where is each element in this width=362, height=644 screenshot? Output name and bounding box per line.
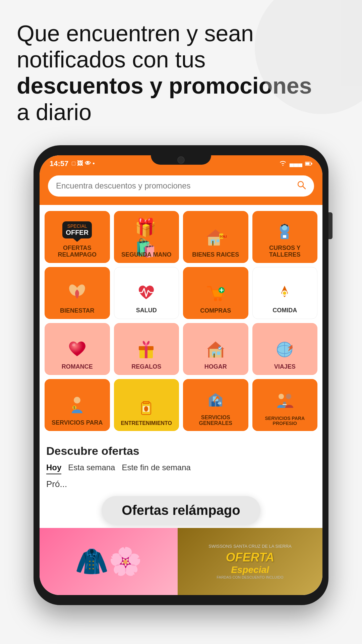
tab-hoy[interactable]: Hoy (46, 463, 61, 474)
svg-rect-2 (311, 163, 312, 164)
category-servicios-para[interactable]: $ SERVICIOS PARA (45, 379, 110, 431)
bottom-image-right: SWISSONS SANTA CRUZ DE LA SIERRA OFERTA … (178, 528, 322, 595)
salud-icon (135, 282, 158, 305)
category-label-entret: ENTRETENIMIENTO (121, 420, 172, 426)
bienes-raices-icon: SOLD (204, 226, 227, 250)
bottom-images: 🧥🌸 SWISSONS SANTA CRUZ DE LA SIERRA OFER… (40, 528, 322, 595)
especial-text: Especial (208, 565, 292, 575)
phone-side-button (328, 212, 333, 239)
tab-finde[interactable]: Este fin de semana (122, 463, 190, 474)
category-label-serv-gen: SERVICIOS GENERALES (186, 415, 246, 426)
category-cursos[interactable]: CURSOS Y TALLERES (252, 211, 318, 263)
svg-point-55 (279, 394, 284, 399)
category-label-bienes: BIENES RAICES (192, 252, 239, 258)
romance-icon (65, 338, 89, 362)
servicios-profesio-icon (273, 390, 297, 414)
status-bar-right: ▄▄▄ (279, 159, 312, 168)
hero-section: Que encuentren y sean notificados con tu… (0, 0, 362, 139)
app-header (40, 172, 322, 205)
phone-screen: 14:57 □ 🖼 👁 • ▄▄▄ (40, 155, 322, 595)
category-servicios-profesio[interactable]: SERVICIOS PARA PROFESIO (252, 379, 318, 431)
hogar-icon (204, 338, 227, 362)
flash-pill-container: Ofertas relámpago (40, 496, 322, 525)
servicios-generales-icon (204, 389, 227, 413)
category-label-cursos: CURSOS Y TALLERES (255, 245, 315, 258)
viajes-icon (273, 338, 297, 362)
wifi-icon (279, 159, 287, 168)
discover-section: Descubre ofertas Hoy Esta semana Este fi… (40, 437, 322, 493)
svg-rect-31 (145, 346, 147, 358)
category-regalos[interactable]: REGALOS (114, 323, 179, 375)
svg-point-49 (144, 406, 148, 412)
segunda-mano-icon: 🎁🛍️ (135, 226, 158, 250)
svg-point-22 (219, 298, 222, 301)
category-bienestar[interactable]: BIENESTAR (45, 267, 110, 319)
category-label-regalos: REGALOS (131, 364, 161, 370)
oferta-text: OFERTA (208, 550, 292, 565)
category-servicios-generales[interactable]: SERVICIOS GENERALES (183, 379, 248, 431)
category-label-comida: COMIDA (273, 307, 297, 314)
svg-point-42 (74, 397, 80, 404)
category-label-servicios-para: SERVICIOS PARA (52, 420, 103, 426)
svg-point-15 (282, 225, 287, 230)
svg-rect-36 (217, 352, 220, 355)
svg-text:$: $ (73, 406, 75, 410)
category-label-segunda: SEGUNDA MANO (121, 252, 171, 258)
compras-icon (204, 282, 227, 306)
phone-camera (177, 156, 185, 164)
status-bar-left: 14:57 □ 🖼 👁 • (50, 159, 95, 168)
regalos-icon (135, 338, 158, 362)
phone-mockup: 14:57 □ 🖼 👁 • ▄▄▄ (34, 145, 328, 605)
status-time: 14:57 (50, 159, 68, 168)
category-romance[interactable]: ROMANCE (45, 323, 110, 375)
category-compras[interactable]: COMPRAS (183, 267, 248, 319)
categories-grid: SPECIAL OFFER OFERTAS RELAMPAGO 🎁🛍️ SEGU… (40, 205, 322, 437)
comida-icon (273, 282, 297, 305)
category-viajes[interactable]: VIAJES (252, 323, 318, 375)
category-label-salud: SALUD (136, 307, 157, 314)
bienestar-icon (65, 282, 89, 306)
category-label-viajes: VIAJES (274, 364, 296, 370)
search-icon[interactable] (297, 180, 306, 192)
svg-line-4 (303, 186, 305, 189)
svg-point-32 (145, 343, 147, 346)
oferta-especial-content: SWISSONS SANTA CRUZ DE LA SIERRA OFERTA … (208, 544, 292, 579)
cursos-icon (273, 219, 297, 243)
signal-icon: ▄▄▄ (290, 160, 302, 167)
discover-subtitle: Pró... (46, 479, 316, 489)
entretenimiento-icon (135, 395, 158, 418)
svg-point-21 (214, 298, 217, 301)
search-bar[interactable] (48, 175, 314, 197)
category-label-serv-pro: SERVICIOS PARA PROFESIO (255, 416, 315, 426)
svg-rect-9 (212, 241, 214, 246)
discover-tabs: Hoy Esta semana Este fin de semana (46, 463, 316, 474)
battery-icon (305, 159, 312, 168)
category-label-hogar: HOGAR (204, 364, 227, 370)
category-entretenimiento[interactable]: ENTRETENIMIENTO (114, 379, 179, 431)
category-label-bienestar: BIENESTAR (60, 308, 95, 314)
category-ofertas-relampago[interactable]: SPECIAL OFFER OFERTAS RELAMPAGO (45, 211, 110, 263)
svg-rect-37 (214, 354, 215, 358)
svg-point-27 (283, 291, 286, 295)
svg-point-56 (286, 394, 291, 399)
search-input[interactable] (56, 181, 292, 191)
category-bienes-raices[interactable]: SOLD BIENES RAICES (183, 211, 248, 263)
svg-text:SOLD: SOLD (220, 235, 227, 238)
category-hogar[interactable]: HOGAR (183, 323, 248, 375)
flash-pill[interactable]: Ofertas relámpago (102, 496, 260, 525)
oferta-sub-text: FARDAS CON DESCUENTO INCLUIDO (208, 575, 292, 579)
servicios-para-icon: $ (65, 394, 89, 418)
tab-semana[interactable]: Esta semana (68, 463, 115, 474)
svg-rect-8 (217, 239, 219, 242)
bottom-image-left: 🧥🌸 (40, 528, 178, 595)
status-icons: □ 🖼 👁 • (72, 160, 95, 167)
category-comida[interactable]: COMIDA (252, 267, 318, 319)
phone-wrapper: 14:57 □ 🖼 👁 • ▄▄▄ (0, 145, 362, 605)
category-label-compras: COMPRAS (200, 308, 231, 314)
category-label-romance: ROMANCE (62, 364, 93, 370)
phone-notch (151, 155, 211, 165)
svg-rect-17 (283, 235, 286, 238)
offers-icon: SPECIAL OFFER (65, 219, 89, 243)
category-salud[interactable]: SALUD (114, 267, 179, 319)
category-segunda-mano[interactable]: 🎁🛍️ SEGUNDA MANO (114, 211, 179, 263)
